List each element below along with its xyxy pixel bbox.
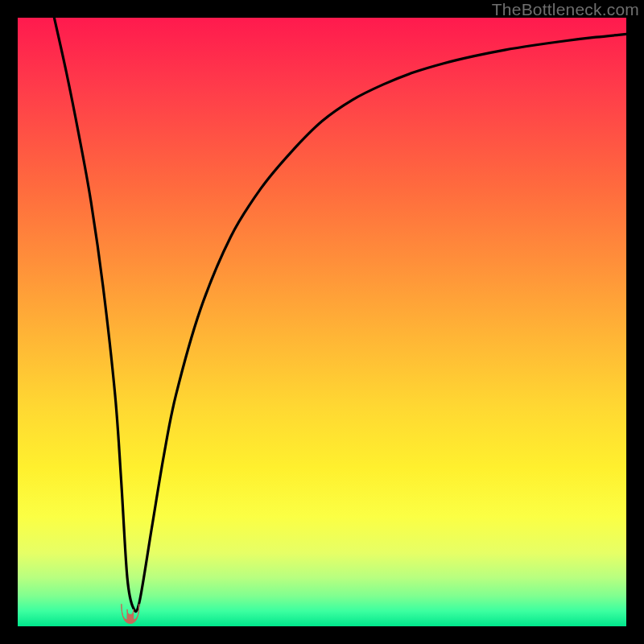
gradient-plot-area xyxy=(18,18,626,626)
chart-frame: TheBottleneck.com xyxy=(0,0,644,644)
bottleneck-curve xyxy=(54,18,626,612)
watermark-text: TheBottleneck.com xyxy=(492,0,639,19)
optimal-marker xyxy=(122,604,139,623)
curve-layer xyxy=(18,18,626,626)
